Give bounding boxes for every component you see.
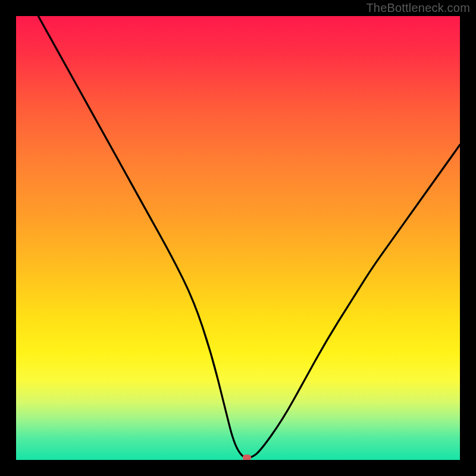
chart-frame: TheBottleneck.com	[0, 0, 476, 476]
curve-svg	[16, 16, 460, 460]
minimum-marker	[243, 455, 251, 460]
watermark-text: TheBottleneck.com	[366, 1, 470, 15]
bottleneck-curve	[38, 16, 460, 458]
plot-area	[16, 16, 460, 460]
